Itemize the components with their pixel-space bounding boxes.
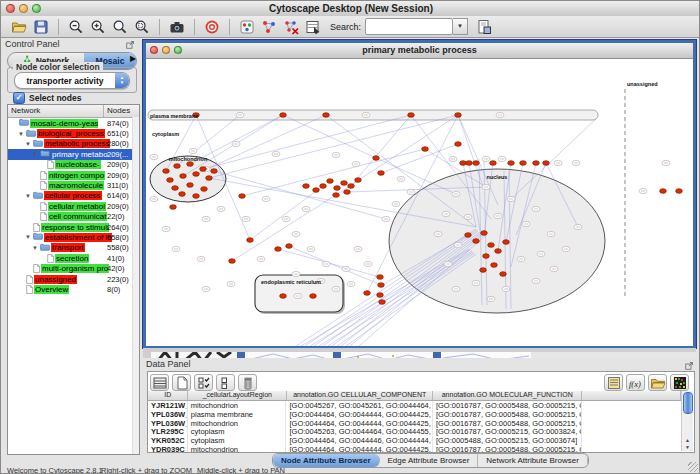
import-attrs-icon[interactable] [648,374,667,391]
zoom-fit-icon[interactable] [111,18,129,36]
network-node[interactable] [239,194,246,199]
network-node[interactable] [174,164,181,169]
network-node[interactable] [422,147,429,152]
network-node[interactable] [187,183,194,188]
network-node[interactable] [344,190,351,195]
disclosure-triangle-icon[interactable]: ▼ [25,141,32,147]
network-tree-row[interactable]: cell communicat22(0) [8,212,139,222]
network-tree-row[interactable]: ▼primary metabo209(... [8,149,139,159]
network-node[interactable] [495,249,502,254]
network-node[interactable] [490,161,497,166]
filter-icon[interactable] [304,18,322,36]
network-node[interactable] [163,169,170,174]
unselect-attrs-icon[interactable] [216,374,235,391]
network-tree-row[interactable]: ▼cellular process614(0) [8,191,139,201]
network-node[interactable] [379,300,386,305]
network-node[interactable] [473,239,480,244]
network-node[interactable] [229,259,236,264]
network-node[interactable] [503,240,510,245]
column-header[interactable]: _cellularLayoutRegion [188,391,287,400]
network-node[interactable] [460,161,467,166]
table-row[interactable]: YJR121W__1mitochondrion[GO:0045267, GO:0… [148,401,681,410]
attr-table-icon[interactable] [150,374,169,391]
network-node[interactable] [455,113,462,118]
network-node[interactable] [247,238,254,243]
network-node[interactable] [465,233,472,238]
network-node[interactable] [488,243,495,248]
network-node[interactable] [179,192,186,197]
tree-scrollbar[interactable] [132,117,139,454]
network-node[interactable] [280,294,287,299]
disclosure-triangle-icon[interactable]: ▼ [25,193,32,199]
network-node[interactable] [378,171,385,176]
network-node[interactable] [193,172,200,177]
network-node[interactable] [355,178,362,183]
search-input[interactable] [365,18,453,35]
minimize-icon[interactable] [162,46,170,54]
select-attrs-icon[interactable] [194,374,213,391]
network-node[interactable] [483,254,490,259]
network-node[interactable] [364,291,371,296]
network-node[interactable] [676,189,683,194]
network-node[interactable] [280,113,287,118]
network-node[interactable] [201,187,208,192]
zoom-window-icon[interactable] [174,46,182,54]
search-dropdown-button[interactable]: ▼ [453,18,468,35]
network-node[interactable] [320,184,327,189]
network-tree-row[interactable]: ▼transport558(0) [8,243,139,253]
network-node[interactable] [200,167,207,172]
network-tree-header[interactable]: Network Nodes [8,105,139,118]
open-file-icon[interactable] [10,18,28,36]
network-node[interactable] [543,161,550,166]
table-row[interactable]: YLR295Ccytoplasm[GO:0045263, GO:0044464,… [148,427,681,436]
zoom-region-icon[interactable] [133,18,151,36]
network-node[interactable] [466,161,473,166]
app-titlebar[interactable]: Cytoscape Desktop (New Session) [1,1,700,17]
network-node[interactable] [206,176,213,181]
network-node[interactable] [275,247,282,252]
tab-network-attribute-browser[interactable]: Network Attribute Browser [478,454,587,467]
plugin-icon[interactable] [475,18,493,36]
network-node[interactable] [334,186,341,191]
network-node[interactable] [310,294,317,299]
new-attr-icon[interactable] [172,374,191,391]
snapshot-icon[interactable] [168,18,186,36]
disclosure-triangle-icon[interactable]: ▼ [25,234,32,240]
network-node[interactable] [172,186,179,191]
disclosure-triangle-icon[interactable]: ▼ [32,245,39,251]
function-builder-icon[interactable]: f(x) [626,374,645,391]
network-node[interactable] [378,283,385,288]
network-node[interactable] [193,194,200,199]
zoom-in-icon[interactable] [89,18,107,36]
network-node[interactable] [520,161,527,166]
select-nodes-checkbox[interactable]: ✓ [13,92,25,104]
table-row[interactable]: YDR039C__1mitochondrion[GO:0044464, GO:0… [148,445,681,452]
network-node[interactable] [303,184,310,189]
tab-edge-attribute-browser[interactable]: Edge Attribute Browser [380,454,479,467]
network-tree-row[interactable]: cellular metabol209(0) [8,201,139,211]
table-row[interactable]: YPL036W__2plasma membrane[GO:0044464, GO… [148,410,681,419]
network-node[interactable] [286,244,293,249]
column-header[interactable] [582,391,681,400]
table-scrollbar[interactable]: ▲▼ [681,391,693,451]
network-node[interactable] [500,272,507,277]
vizmapper-icon[interactable] [238,18,256,36]
network-node[interactable] [660,189,667,194]
network-tree-row[interactable]: response to stimulu264(0) [8,222,139,232]
network-tree-row[interactable]: ▼biological_process651(0) [8,128,139,138]
network-tree-row[interactable]: ▼establishment of lo558(0) [8,232,139,242]
table-row[interactable]: YKR052Ccytoplasm[GO:0044464, GO:0044446,… [148,436,681,445]
network-node[interactable] [377,275,384,280]
node-color-dropdown[interactable]: transporter activity ▲▼ [14,72,130,89]
network-node[interactable] [333,193,340,198]
network-tree-row[interactable]: nitrogen compo209(0) [8,170,139,180]
close-icon[interactable] [150,46,158,54]
network-node[interactable] [455,142,462,147]
network-node[interactable] [180,174,187,179]
destroy-network-view-icon[interactable] [282,18,300,36]
disclosure-triangle-icon[interactable]: ▼ [18,131,25,137]
tab-node-attribute-browser[interactable]: Node Attribute Browser [273,454,380,467]
column-header[interactable]: annotation.GO MOLECULAR_FUNCTION [433,391,582,400]
network-node[interactable] [327,179,334,184]
network-node[interactable] [408,113,415,118]
